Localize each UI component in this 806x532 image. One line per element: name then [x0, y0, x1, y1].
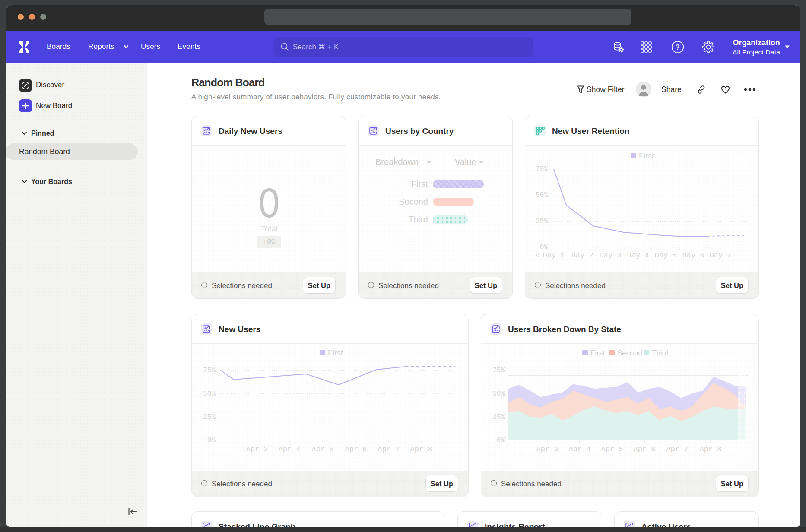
svg-text:?: ?	[676, 44, 680, 51]
